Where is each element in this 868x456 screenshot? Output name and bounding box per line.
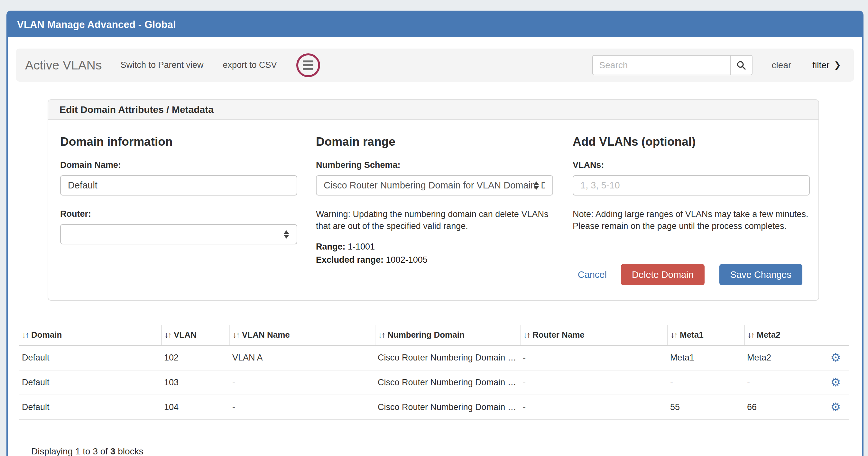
- cell-vlan: 102: [161, 346, 230, 370]
- hamburger-icon: [303, 61, 313, 62]
- column-header-domain[interactable]: ↓↑Domain: [19, 325, 161, 346]
- cell-vlan: 103: [161, 370, 230, 395]
- column-header-meta2[interactable]: ↓↑Meta2: [744, 325, 822, 346]
- numbering-schema-label: Numbering Schema:: [316, 160, 553, 170]
- cell-router-name: -: [520, 346, 668, 370]
- gear-icon[interactable]: ⚙: [830, 351, 841, 364]
- save-changes-button[interactable]: Save Changes: [719, 264, 802, 285]
- router-select[interactable]: [60, 224, 297, 245]
- edit-domain-card-title: Edit Domain Attributes / Metadata: [60, 104, 214, 115]
- cell-vlan: 104: [161, 395, 230, 420]
- sort-icon: ↓↑: [22, 330, 29, 339]
- sort-icon: ↓↑: [671, 330, 677, 339]
- vlan-table-container: ↓↑Domain ↓↑VLAN ↓↑VLAN Name ↓↑Numbering …: [19, 325, 850, 420]
- cell-domain: Default: [19, 395, 161, 420]
- domain-name-field[interactable]: [60, 175, 297, 196]
- cell-meta2: 66: [744, 395, 822, 420]
- delete-domain-button[interactable]: Delete Domain: [621, 264, 705, 285]
- router-label: Router:: [60, 209, 297, 219]
- vlans-field[interactable]: [573, 175, 810, 196]
- sort-icon: ↓↑: [378, 330, 385, 339]
- numbering-warning-text: Warning: Updating the numbering domain c…: [316, 208, 553, 232]
- column-header-router-name[interactable]: ↓↑Router Name: [520, 325, 668, 346]
- toolbar: Active VLANs Switch to Parent view expor…: [16, 48, 854, 82]
- edit-domain-card-body: Domain information Domain Name: Router: …: [48, 120, 818, 301]
- column-header-meta1[interactable]: ↓↑Meta1: [668, 325, 744, 346]
- search-button[interactable]: [730, 55, 752, 75]
- export-to-csv-link[interactable]: export to CSV: [223, 60, 277, 70]
- add-vlans-note-text: Note: Adding large ranges of VLANs may t…: [573, 208, 810, 232]
- table-row: Default 102 VLAN A Cisco Router Numberin…: [19, 346, 849, 370]
- cell-vlan-name: VLAN A: [230, 346, 375, 370]
- excluded-range-value: 1002-1005: [386, 255, 428, 265]
- cell-router-name: -: [520, 395, 668, 420]
- cell-domain: Default: [19, 370, 161, 395]
- excluded-range-line: Excluded range: 1002-1005: [316, 255, 553, 265]
- toolbar-right-group: clear filter ❯: [592, 55, 841, 75]
- footer-total: 3: [110, 446, 116, 456]
- filter-label: filter: [812, 60, 829, 70]
- sort-icon: ↓↑: [523, 330, 530, 339]
- domain-range-section: Domain range Numbering Schema: Cisco Rou…: [316, 135, 553, 265]
- column-header-numbering-domain[interactable]: ↓↑Numbering Domain: [375, 325, 520, 346]
- sort-icon: ↓↑: [747, 330, 754, 339]
- sort-icon: ↓↑: [232, 330, 239, 339]
- range-value: 1-1001: [348, 242, 375, 252]
- add-vlans-heading: Add VLANs (optional): [573, 135, 810, 149]
- cell-vlan-name: -: [230, 395, 375, 420]
- numbering-schema-select[interactable]: Cisco Router Numbering Domain for VLAN D…: [316, 175, 553, 196]
- sort-icon: ↓↑: [164, 330, 171, 339]
- main-panel: VLAN Manage Advanced - Global Active VLA…: [6, 11, 864, 456]
- range-line: Range: 1-1001: [316, 242, 553, 252]
- domain-information-heading: Domain information: [60, 135, 297, 149]
- domain-range-heading: Domain range: [316, 135, 553, 149]
- menu-button[interactable]: [296, 54, 320, 77]
- numbering-schema-value: Cisco Router Numbering Domain for VLAN D…: [324, 180, 545, 191]
- domain-name-label: Domain Name:: [60, 160, 297, 170]
- vlans-label: VLANs:: [573, 160, 810, 170]
- gear-icon[interactable]: ⚙: [830, 400, 841, 414]
- edit-domain-card-header: Edit Domain Attributes / Metadata: [48, 100, 818, 120]
- gear-icon[interactable]: ⚙: [830, 376, 841, 389]
- edit-domain-card: Edit Domain Attributes / Metadata Domain…: [48, 99, 819, 301]
- cell-numbering-domain: Cisco Router Numbering Domain for …: [375, 370, 520, 395]
- add-vlans-section: Add VLANs (optional) VLANs: Note: Adding…: [573, 135, 810, 232]
- search-group: [592, 55, 752, 75]
- column-header-actions: [822, 325, 849, 346]
- search-icon: [736, 60, 746, 70]
- column-header-vlan-name[interactable]: ↓↑VLAN Name: [230, 325, 375, 346]
- column-header-vlan[interactable]: ↓↑VLAN: [161, 325, 230, 346]
- cell-meta1: Meta1: [668, 346, 744, 370]
- cell-domain: Default: [19, 346, 161, 370]
- chevron-right-icon: ❯: [834, 60, 841, 70]
- domain-information-section: Domain information Domain Name: Router:: [60, 135, 297, 245]
- filter-link[interactable]: filter ❯: [812, 60, 841, 70]
- select-spinner-icon: [534, 182, 539, 190]
- table-row: Default 103 - Cisco Router Numbering Dom…: [19, 370, 849, 395]
- search-input[interactable]: [592, 55, 730, 75]
- cell-router-name: -: [520, 370, 668, 395]
- page-title: VLAN Manage Advanced - Global: [17, 19, 176, 31]
- vlan-table: ↓↑Domain ↓↑VLAN ↓↑VLAN Name ↓↑Numbering …: [19, 325, 849, 420]
- footer-suffix: blocks: [118, 446, 143, 456]
- cell-vlan-name: -: [230, 370, 375, 395]
- window-title-bar: VLAN Manage Advanced - Global: [8, 12, 862, 37]
- range-label: Range:: [316, 242, 345, 252]
- active-vlans-heading: Active VLANs: [25, 58, 102, 72]
- cell-meta1: -: [668, 370, 744, 395]
- card-actions: Cancel Delete Domain Save Changes: [578, 264, 802, 285]
- cell-meta2: -: [744, 370, 822, 395]
- cancel-button[interactable]: Cancel: [578, 269, 607, 280]
- cell-meta2: Meta2: [744, 346, 822, 370]
- cell-numbering-domain: Cisco Router Numbering Domain for …: [375, 346, 520, 370]
- table-footer: Displaying 1 to 3 of 3 blocks: [31, 446, 862, 456]
- table-header-row: ↓↑Domain ↓↑VLAN ↓↑VLAN Name ↓↑Numbering …: [19, 325, 849, 346]
- table-row: Default 104 - Cisco Router Numbering Dom…: [19, 395, 849, 420]
- select-spinner-icon: [284, 230, 289, 239]
- cell-meta1: 55: [668, 395, 744, 420]
- excluded-range-label: Excluded range:: [316, 255, 383, 265]
- switch-to-parent-view-link[interactable]: Switch to Parent view: [120, 60, 203, 70]
- footer-prefix: Displaying 1 to 3 of: [31, 446, 108, 456]
- cell-numbering-domain: Cisco Router Numbering Domain for …: [375, 395, 520, 420]
- clear-link[interactable]: clear: [772, 60, 792, 70]
